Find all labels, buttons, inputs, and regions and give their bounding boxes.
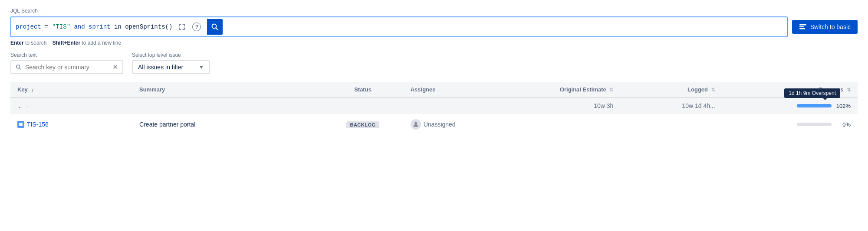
issues-table-wrapper: Key ↓ Summary Status Assignee Original E… (10, 82, 858, 135)
status-badge: BACKLOG (346, 121, 379, 128)
clear-search-button[interactable]: ✕ (112, 64, 118, 71)
group-row-logged: 10w 1d 4h... (620, 98, 722, 114)
switch-to-basic-button[interactable]: Switch to basic (792, 20, 858, 34)
switch-basic-label: Switch to basic (810, 23, 851, 30)
filters-row: Search text ✕ Select top level issue All… (10, 52, 858, 74)
col-summary-label: Summary (139, 86, 165, 93)
jql-input-wrapper[interactable]: project = "TIS" and sprint in openSprint… (10, 16, 788, 37)
assignee-avatar-icon (411, 119, 421, 130)
group-progress-pct: 102% (835, 103, 851, 109)
top-level-select[interactable]: All issues in filter ▼ (132, 60, 210, 74)
col-header-assignee[interactable]: Assignee (404, 82, 512, 98)
assignee-name: Unassigned (424, 121, 456, 128)
group-progress-track: 1d 1h 9m Overspent (797, 104, 832, 107)
main-container: JQL Search project = "TIS" and sprint in… (0, 0, 868, 135)
hint-enter-key: Enter (10, 40, 24, 46)
group-row-key-cell: ⌄ - (10, 98, 512, 114)
overspent-tooltip: 1d 1h 9m Overspent (784, 88, 840, 98)
col-header-status[interactable]: Status (322, 82, 403, 98)
issue-estimate-cell (512, 114, 621, 135)
issue-summary-cell: Create partner portal (132, 114, 322, 135)
issue-status-cell: BACKLOG (322, 114, 403, 135)
issue-progress-cell: 0% (722, 114, 858, 135)
jql-icons: ? (176, 21, 218, 33)
issue-progress-pct: 0% (835, 121, 851, 128)
issue-key-cell: TIS-156 (10, 114, 132, 135)
col-header-summary[interactable]: Summary (132, 82, 322, 98)
top-level-group: Select top level issue All issues in fil… (132, 52, 210, 74)
issue-progress-track (797, 123, 832, 126)
search-text-label: Search text (10, 52, 123, 58)
jql-query-display: project = "TIS" and sprint in openSprint… (16, 23, 172, 30)
svg-point-6 (414, 122, 417, 124)
issue-key-link[interactable]: TIS-156 (17, 121, 125, 128)
col-key-sort-icon: ↓ (31, 87, 33, 92)
search-text-group: Search text ✕ (10, 52, 123, 74)
jql-hint: Enter to search Shift+Enter to add a new… (10, 40, 858, 46)
hint-shift-key: Shift+Enter (53, 40, 80, 46)
col-estimate-label: Original Estimate (560, 86, 606, 93)
col-header-estimate[interactable]: Original Estimate ⇅ (512, 82, 621, 98)
top-level-label: Select top level issue (132, 52, 210, 58)
col-estimate-sort-icon: ⇅ (609, 87, 613, 92)
col-progress-sort-icon: ⇅ (847, 87, 851, 92)
svg-rect-5 (19, 123, 23, 126)
issues-table: Key ↓ Summary Status Assignee Original E… (10, 82, 858, 135)
col-logged-label: Logged (687, 86, 708, 93)
group-row-label: - (26, 102, 28, 109)
table-row: TIS-156 Create partner portal BACKLOG (10, 114, 858, 135)
col-status-label: Status (354, 86, 372, 93)
col-assignee-label: Assignee (411, 86, 436, 93)
issue-key-text: TIS-156 (27, 121, 49, 128)
hint-shift-desc: to add a new line (82, 40, 121, 46)
search-input-wrapper[interactable]: ✕ (10, 60, 123, 74)
group-row: ⌄ - 10w 3h 10w 1d 4h... 1d 1h 9m Overspe… (10, 98, 858, 114)
search-key-input[interactable] (25, 64, 109, 71)
col-key-label: Key (17, 86, 28, 93)
jql-label: JQL Search (10, 8, 858, 14)
svg-rect-3 (799, 28, 805, 29)
group-row-estimate: 10w 3h (512, 98, 621, 114)
chevron-down-icon: ▼ (199, 64, 204, 70)
col-header-logged[interactable]: Logged ⇅ (620, 82, 722, 98)
search-icon (16, 64, 22, 70)
col-header-key[interactable]: Key ↓ (10, 82, 132, 98)
assignee-wrapper: Unassigned (411, 119, 505, 130)
group-row-progress-cell: 1d 1h 9m Overspent 102% (722, 98, 858, 114)
jql-search-button[interactable] (207, 19, 223, 35)
svg-rect-1 (799, 24, 806, 26)
issue-type-icon (17, 121, 24, 128)
group-expand-button[interactable]: ⌄ (17, 103, 22, 109)
issue-assignee-cell: Unassigned (404, 114, 512, 135)
top-level-value: All issues in filter (138, 64, 195, 71)
jql-row: project = "TIS" and sprint in openSprint… (10, 16, 858, 37)
table-header-row: Key ↓ Summary Status Assignee Original E… (10, 82, 858, 98)
hint-enter-desc: to search (25, 40, 46, 46)
issue-progress-wrapper: 0% (729, 121, 851, 128)
issue-logged-cell (620, 114, 722, 135)
expand-jql-button[interactable] (176, 21, 188, 33)
col-logged-sort-icon: ⇅ (711, 87, 715, 92)
help-button[interactable]: ? (191, 21, 203, 33)
svg-rect-2 (799, 26, 804, 28)
group-progress-fill (797, 104, 832, 107)
